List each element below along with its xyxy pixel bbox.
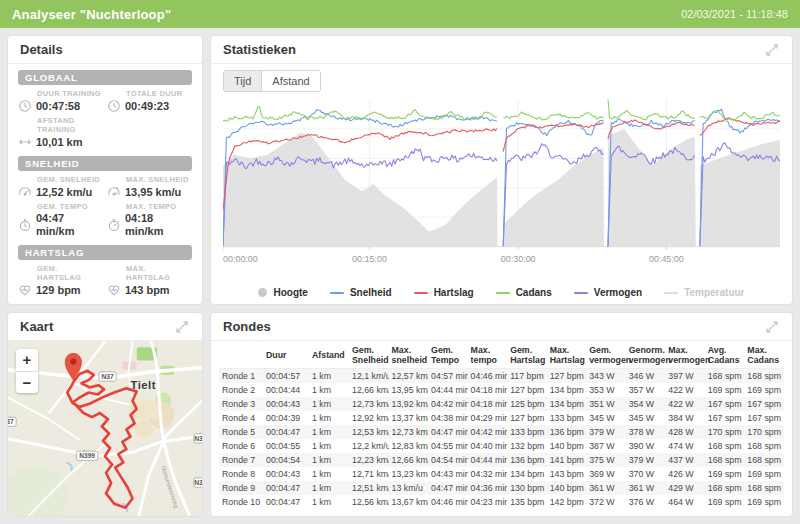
road-badge-partial: N3	[194, 434, 202, 443]
column-header-gem-vermogen: Gem. vermogen	[586, 341, 626, 369]
lap-cell: 04:57 min/km	[428, 369, 468, 384]
lap-cell: 04:47 min/km	[428, 425, 468, 439]
stat-label: GEM. HARTSLAG	[37, 264, 103, 282]
map-panel-header: Kaart	[8, 313, 202, 341]
column-header-max-snelheid: Max. snelheid	[389, 341, 429, 369]
lap-cell: 353 W	[586, 383, 626, 397]
legend-label: Hartslag	[434, 287, 474, 298]
lap-cell: 04:29 min/km	[468, 411, 508, 425]
lap-cell: 00:04:54	[263, 453, 309, 467]
stat-value: 00:49:23	[125, 100, 169, 113]
section-banner: SNELHEID	[18, 156, 192, 171]
lap-cell: 12,51 km/u	[349, 481, 389, 495]
lap-cell: 12,56 km/u	[349, 495, 389, 509]
statistics-title: Statistieken	[223, 42, 296, 57]
lap-cell: 1 km	[309, 397, 349, 411]
lap-cell: 12,73 km/u	[349, 397, 389, 411]
stat-grid: DUUR TRAINING00:47:58TOTALE DUUR00:49:23…	[18, 89, 192, 152]
zoom-in-button[interactable]: +	[16, 349, 38, 371]
stat-value: 04:47 min/km	[36, 212, 103, 238]
expand-icon[interactable]	[764, 42, 780, 58]
map-urban-area	[135, 420, 153, 439]
lap-label: Ronde 10	[219, 495, 263, 509]
lap-cell: 167 spm	[705, 411, 745, 425]
map-canvas[interactable]: N37 N399 N3 N3	[8, 341, 202, 516]
lap-cell: 142 bpm	[547, 495, 587, 509]
table-row[interactable]: Ronde 900:04:471 km12,51 km/u13 km/u04:4…	[219, 481, 784, 495]
lap-cell: 140 bpm	[547, 481, 587, 495]
stat-grid: GEM. SNELHEID12,52 km/uMAX. SNELHEID13,9…	[18, 175, 192, 241]
lap-cell: 136 bpm	[547, 425, 587, 439]
lap-cell: 168 spm	[705, 481, 745, 495]
lap-cell: 169 spm	[705, 383, 745, 397]
series-hoogte	[223, 133, 498, 247]
lap-cell: 127 bpm	[547, 369, 587, 384]
svg-text:N37: N37	[101, 373, 113, 380]
table-row[interactable]: Ronde 700:04:541 km12,23 km/u12,66 km/u0…	[219, 453, 784, 467]
activity-datetime: 02/03/2021 - 11:18:48	[681, 8, 788, 20]
lap-cell: 168 spm	[744, 453, 784, 467]
table-row[interactable]: Ronde 200:04:441 km12,66 km/u13,95 km/u0…	[219, 383, 784, 397]
lap-cell: 04:54 min/km	[428, 453, 468, 467]
speedometer-max-icon	[107, 185, 121, 199]
lap-cell: 357 W	[626, 383, 666, 397]
table-row[interactable]: Ronde 100:04:571 km12,1 km/u12,57 km/u04…	[219, 369, 784, 384]
zoom-out-button[interactable]: −	[16, 371, 38, 393]
app-header: Analyseer "Nuchterloop" 02/03/2021 - 11:…	[0, 0, 800, 28]
expand-icon[interactable]	[174, 319, 190, 335]
lap-cell: 361 W	[626, 481, 666, 495]
statistics-chart[interactable]: 00:00:0000:15:0000:30:0000:45:00	[223, 97, 780, 283]
x-axis-tick-label: 00:45:00	[649, 254, 684, 264]
tab-tijd[interactable]: Tijd	[224, 71, 261, 91]
legend-swatch	[664, 292, 678, 294]
lap-cell: 13,23 km/u	[389, 467, 429, 481]
table-row[interactable]: Ronde 1000:04:471 km12,56 km/u13,67 km/u…	[219, 495, 784, 509]
lap-cell: 134 bpm	[547, 383, 587, 397]
tab-afstand[interactable]: Afstand	[261, 71, 319, 91]
legend-item-hartslag[interactable]: Hartslag	[414, 287, 474, 298]
lap-cell: 167 spm	[744, 411, 784, 425]
road-badge-n399: N399	[76, 451, 97, 460]
stat-gem-snelheid: GEM. SNELHEID12,52 km/u	[18, 175, 103, 199]
lap-cell: 13 km/u	[389, 481, 429, 495]
stat-max-hartslag: MAX. HARTSLAG143 bpm	[107, 264, 192, 297]
main-grid: Details GLOBAALDUUR TRAINING00:47:58TOTA…	[0, 28, 800, 524]
map-title: Kaart	[20, 319, 53, 334]
lap-cell: 140 bpm	[547, 439, 587, 453]
statistics-panel-header: Statistieken	[211, 36, 792, 64]
statistics-body: Tijd Afstand 00:00:0000:15:0000:30:0000:…	[211, 64, 792, 304]
stat-label: MAX. SNELHEID	[126, 175, 192, 184]
table-row[interactable]: Ronde 800:04:431 km12,71 km/u13,23 km/u0…	[219, 467, 784, 481]
table-row[interactable]: Ronde 500:04:471 km12,53 km/u12,73 km/u0…	[219, 425, 784, 439]
lap-cell: 397 W	[665, 369, 705, 384]
lap-cell: 429 W	[665, 481, 705, 495]
legend-item-temperatuur[interactable]: Temperatuur	[664, 287, 744, 298]
lap-cell: 426 W	[665, 467, 705, 481]
expand-icon[interactable]	[764, 319, 780, 335]
laps-table: DuurAfstandGem. SnelheidMax. snelheidGem…	[219, 341, 784, 509]
lap-cell: 168 spm	[744, 439, 784, 453]
lap-cell: 375 W	[586, 453, 626, 467]
heart-icon	[107, 283, 121, 297]
lap-cell: 169 spm	[744, 383, 784, 397]
lap-cell: 12,2 km/u	[349, 439, 389, 453]
legend-item-vermogen[interactable]: Vermogen	[574, 287, 642, 298]
stat-value: 04:18 min/km	[125, 212, 192, 238]
legend-item-snelheid[interactable]: Snelheid	[330, 287, 392, 298]
table-row[interactable]: Ronde 400:04:391 km12,92 km/u13,37 km/u0…	[219, 411, 784, 425]
legend-item-hoogte[interactable]: Hoogte	[258, 287, 307, 298]
lap-cell: 136 bpm	[507, 453, 547, 467]
lap-cell: 12,66 km/u	[389, 453, 429, 467]
lap-cell: 127 bpm	[507, 383, 547, 397]
lap-cell: 00:04:47	[263, 495, 309, 509]
table-row[interactable]: Ronde 300:04:431 km12,73 km/u13,92 km/u0…	[219, 397, 784, 411]
stat-value: 129 bpm	[36, 284, 81, 297]
table-row[interactable]: Ronde 600:04:551 km12,2 km/u12,83 km/u04…	[219, 439, 784, 453]
chart-svg[interactable]: 00:00:0000:15:0000:30:0000:45:00	[223, 97, 780, 273]
road-badge-partial: N3	[194, 478, 202, 487]
stat-value: 10,01 km	[36, 136, 82, 149]
page-title: Analyseer "Nuchterloop"	[12, 7, 171, 22]
lap-cell: 384 W	[665, 411, 705, 425]
lap-cell: 1 km	[309, 467, 349, 481]
legend-item-cadans[interactable]: Cadans	[496, 287, 552, 298]
